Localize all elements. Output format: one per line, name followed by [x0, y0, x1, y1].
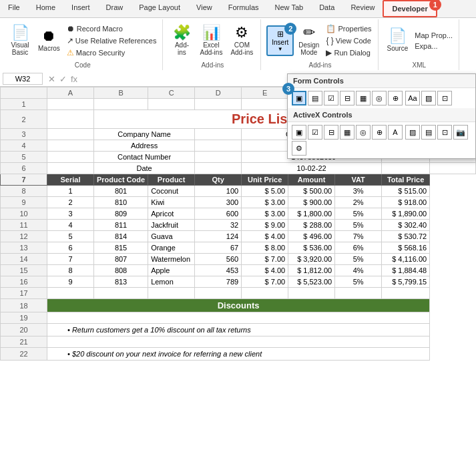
tab-formulas[interactable]: Formulas: [220, 0, 267, 17]
form-ctrl-option[interactable]: ◎: [372, 91, 387, 105]
table-row[interactable]: 136815Orange67$ 8.00$ 536.006%$ 568.16: [1, 242, 476, 254]
group-code: 📄 VisualBasic ⏺ Macros ⏺ Record Macro ↗ …: [3, 19, 163, 70]
activex-ctrl-5[interactable]: ◎: [356, 125, 371, 140]
relative-references-button[interactable]: ↗ Use Relative References: [65, 35, 159, 46]
activex-ctrl-3[interactable]: ⊟: [324, 125, 338, 140]
com-addins-button[interactable]: ⚙ COMAdd-ins: [227, 23, 256, 58]
record-macro-button[interactable]: ⏺ Record Macro: [65, 23, 159, 34]
tab-file[interactable]: File: [0, 0, 28, 17]
form-controls-title: Form Controls: [288, 74, 475, 88]
formula-cancel-icon[interactable]: ✕: [48, 74, 55, 84]
tab-newtab[interactable]: New Tab: [267, 0, 312, 17]
group-xml: 📄 Source Map Prop... Expa... XML: [380, 19, 460, 70]
addins-icon: 🧩: [173, 25, 191, 40]
form-badge: 3: [282, 83, 294, 95]
activex-controls-title: ActiveX Controls: [288, 108, 475, 122]
source-label: Source: [387, 45, 409, 52]
table-row[interactable]: 103809Apricot600$ 3.00$ 1,800.005%$ 1,89…: [1, 208, 476, 220]
tab-insert[interactable]: Insert: [63, 0, 98, 17]
table-row[interactable]: 169813Lemon789$ 7.00$ 5,523.005%$ 5,799.…: [1, 276, 476, 288]
table-row[interactable]: 125814Guava124$ 4.00$ 496.007%$ 530.72: [1, 231, 476, 242]
form-ctrl-listbox[interactable]: ▦: [356, 91, 371, 105]
activex-ctrl-9[interactable]: ▤: [421, 125, 436, 140]
tab-view[interactable]: View: [188, 0, 220, 17]
table-row: 19: [1, 312, 476, 324]
activex-ctrl-7[interactable]: A: [388, 125, 403, 140]
insert-icon: ⊞: [277, 29, 284, 39]
table-row: 17: [1, 288, 476, 299]
form-ctrl-combo[interactable]: ▤: [308, 91, 322, 105]
ribbon-tabs: File Home Insert Draw Page Layout View F…: [0, 0, 476, 18]
view-code-label: View Code: [336, 37, 371, 45]
table-row: 21: [1, 336, 476, 348]
properties-button[interactable]: 📋 Properties: [324, 23, 373, 34]
design-mode-label: DesignMode: [298, 41, 319, 56]
insert-button[interactable]: ⊞ Insert ▼ 2: [266, 25, 294, 56]
formula-confirm-icon[interactable]: ✓: [59, 74, 67, 84]
form-ctrl-groupbox[interactable]: ⊕: [388, 91, 403, 105]
table-row[interactable]: 114811Jackfruit32$ 9.00$ 288.005%$ 302.4…: [1, 220, 476, 231]
col-header-c[interactable]: C: [148, 87, 195, 99]
visual-basic-button[interactable]: 📄 VisualBasic: [7, 23, 33, 58]
excel-addins-button[interactable]: 📊 ExcelAdd-ins: [196, 23, 226, 58]
table-row[interactable]: 147807Watermelon560$ 7.00$ 3,920.005%$ 4…: [1, 254, 476, 265]
ribbon-content: 📄 VisualBasic ⏺ Macros ⏺ Record Macro ↗ …: [0, 18, 476, 71]
record-macro-label: Record Macro: [77, 25, 123, 33]
activex-ctrl-6[interactable]: ⊕: [372, 125, 387, 140]
form-ctrl-spinner[interactable]: ⊟: [340, 91, 354, 105]
source-button[interactable]: 📄 Source: [384, 27, 412, 54]
insert-dropdown: Form Controls 3 ▣ ▤ ☑ ⊟ ▦ ◎ ⊕ Aa ▨ ⊡ Act…: [287, 73, 476, 159]
form-ctrl-scrollbar[interactable]: ▨: [421, 91, 436, 105]
table-row[interactable]: 92810Kiwi300$ 3.00$ 900.002%$ 918.00: [1, 197, 476, 208]
view-code-button[interactable]: { } View Code: [324, 35, 373, 46]
dropdown-popup: Form Controls 3 ▣ ▤ ☑ ⊟ ▦ ◎ ⊕ Aa ▨ ⊡ Act…: [287, 73, 476, 159]
properties-icon: 📋: [326, 24, 336, 33]
col-header-a[interactable]: A: [47, 87, 94, 99]
run-dialog-label: Run Dialog: [334, 49, 370, 57]
activex-ctrl-11[interactable]: 📷: [453, 125, 468, 140]
tab-home[interactable]: Home: [28, 0, 63, 17]
macros-icon: ⏺: [41, 29, 56, 43]
col-header-e[interactable]: E: [242, 87, 288, 99]
expansion-packs-button[interactable]: Expa...: [413, 41, 455, 51]
expansion-packs-label: Expa...: [415, 42, 437, 50]
macro-security-button[interactable]: ⚠ Macro Security: [65, 47, 159, 58]
tab-draw[interactable]: Draw: [98, 0, 132, 17]
col-header-d[interactable]: D: [195, 87, 242, 99]
design-mode-button[interactable]: ✏ DesignMode: [295, 23, 322, 58]
design-mode-icon: ✏: [303, 25, 315, 40]
macros-label: Macros: [38, 45, 60, 52]
macros-button[interactable]: ⏺ Macros: [35, 27, 63, 54]
addins-label: Add-ins: [175, 41, 189, 56]
tab-developer[interactable]: Developer 1: [383, 0, 437, 17]
table-row: 20 • Return customers get a 10% discount…: [1, 324, 476, 336]
form-controls-area: 3 ▣ ▤ ☑ ⊟ ▦ ◎ ⊕ Aa ▨ ⊡: [288, 88, 475, 108]
map-properties-button[interactable]: Map Prop...: [413, 31, 455, 40]
form-ctrl-label[interactable]: Aa: [405, 91, 420, 105]
table-row[interactable]: 158808Apple453$ 4.00$ 1,812.004%$ 1,884.…: [1, 265, 476, 276]
excel-addins-icon: 📊: [202, 25, 220, 40]
macro-security-label: Macro Security: [76, 49, 125, 57]
activex-controls-area: ▣ ☑ ⊟ ▦ ◎ ⊕ A ▨ ▤ ⊡ 📷 ⚙: [288, 122, 475, 158]
activex-ctrl-4[interactable]: ▦: [340, 125, 354, 140]
addins-button[interactable]: 🧩 Add-ins: [168, 23, 195, 58]
form-ctrl-slider[interactable]: ⊡: [437, 91, 452, 105]
tab-review[interactable]: Review: [342, 0, 383, 17]
form-ctrl-button[interactable]: ▣: [292, 91, 306, 105]
activex-ctrl-12[interactable]: ⚙: [292, 141, 306, 156]
formula-function-icon[interactable]: fx: [71, 74, 77, 84]
activex-ctrl-1[interactable]: ▣: [292, 125, 306, 140]
tab-pagelayout[interactable]: Page Layout: [131, 0, 188, 17]
col-header-b[interactable]: B: [94, 87, 148, 99]
table-row[interactable]: 81801Coconut100$ 5.00$ 500.003%$ 515.00: [1, 186, 476, 197]
visual-basic-label: VisualBasic: [11, 41, 29, 56]
activex-ctrl-10[interactable]: ⊡: [437, 125, 452, 140]
activex-ctrl-2[interactable]: ☑: [308, 125, 322, 140]
tab-data[interactable]: Data: [311, 0, 342, 17]
developer-badge: 1: [429, 0, 441, 11]
run-dialog-button[interactable]: ▶ Run Dialog: [324, 47, 373, 58]
insert-controls-badge: 2: [284, 23, 296, 35]
form-ctrl-checkbox[interactable]: ☑: [324, 91, 338, 105]
cell-reference[interactable]: W32: [3, 73, 43, 85]
activex-ctrl-8[interactable]: ▨: [405, 125, 420, 140]
